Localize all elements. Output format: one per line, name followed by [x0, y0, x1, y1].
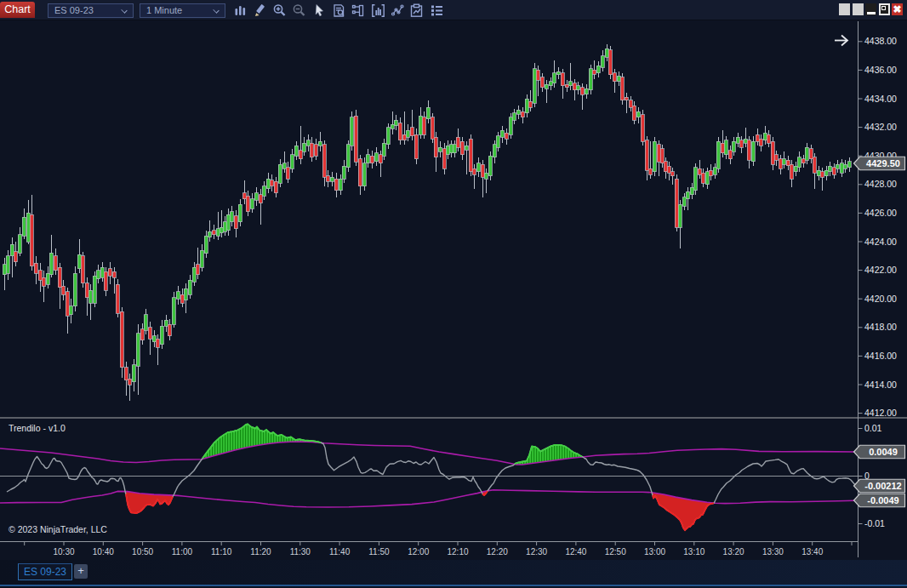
svg-text:12:00: 12:00: [408, 547, 429, 557]
svg-text:13:40: 13:40: [801, 547, 823, 557]
svg-text:11:20: 11:20: [250, 547, 271, 557]
svg-text:10:40: 10:40: [93, 547, 114, 557]
svg-text:13:30: 13:30: [762, 547, 784, 557]
svg-text:12:50: 12:50: [605, 547, 626, 557]
svg-text:4436.00: 4436.00: [864, 65, 897, 75]
svg-text:Trendilo - v1.0: Trendilo - v1.0: [9, 423, 66, 433]
svg-text:12:30: 12:30: [526, 547, 547, 557]
svg-text:13:00: 13:00: [644, 547, 665, 557]
svg-text:4420.00: 4420.00: [864, 294, 897, 304]
svg-text:-0.00212: -0.00212: [864, 481, 901, 491]
svg-text:11:40: 11:40: [329, 547, 351, 557]
svg-text:4416.00: 4416.00: [864, 351, 897, 361]
svg-text:11:30: 11:30: [290, 547, 311, 557]
svg-text:4412.00: 4412.00: [864, 408, 897, 418]
svg-text:11:50: 11:50: [368, 547, 390, 557]
svg-text:4418.00: 4418.00: [864, 322, 897, 332]
svg-text:4432.00: 4432.00: [864, 122, 897, 132]
svg-text:4414.00: 4414.00: [864, 380, 897, 390]
svg-text:4426.00: 4426.00: [864, 208, 897, 218]
svg-text:4428.00: 4428.00: [864, 179, 897, 189]
svg-text:11:10: 11:10: [211, 547, 232, 557]
svg-text:13:10: 13:10: [683, 547, 704, 557]
svg-text:12:40: 12:40: [565, 547, 586, 557]
svg-text:4424.00: 4424.00: [864, 237, 897, 247]
svg-text:0.01: 0.01: [864, 423, 882, 433]
svg-text:10:50: 10:50: [132, 547, 153, 557]
svg-text:4422.00: 4422.00: [864, 265, 897, 275]
svg-text:4434.00: 4434.00: [864, 94, 897, 104]
svg-text:-0.0049: -0.0049: [867, 495, 898, 505]
svg-text:12:10: 12:10: [447, 547, 468, 557]
svg-text:13:20: 13:20: [723, 547, 744, 557]
svg-text:© 2023 NinjaTrader, LLC: © 2023 NinjaTrader, LLC: [9, 524, 107, 534]
svg-text:11:00: 11:00: [172, 547, 193, 557]
svg-text:10:30: 10:30: [53, 547, 74, 557]
svg-text:0.0049: 0.0049: [869, 447, 898, 457]
svg-text:12:20: 12:20: [487, 547, 508, 557]
svg-text:4438.00: 4438.00: [864, 36, 897, 46]
svg-text:4429.50: 4429.50: [866, 158, 900, 168]
svg-text:-0.01: -0.01: [864, 518, 885, 528]
